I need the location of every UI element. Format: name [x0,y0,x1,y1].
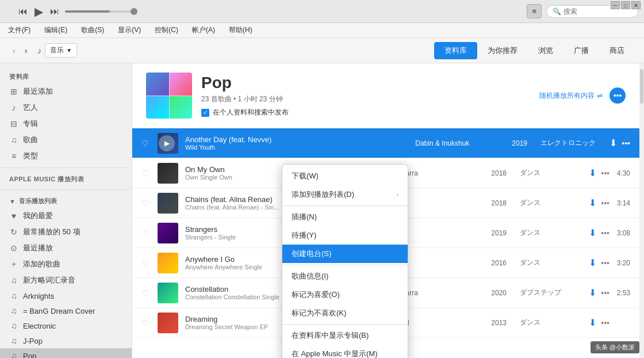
ctx-show-album-label: 在资料库中显示专辑(B) [292,330,369,341]
download-icon[interactable]: ⬇ [610,138,617,148]
download-icon[interactable]: ⬇ [589,317,596,328]
genre-subtitle: 23 首歌曲 • 1 小时 23 分钟 [201,94,530,104]
sidebar-item-pop[interactable]: ♫ Pop [0,348,132,358]
more-icon[interactable]: ••• [601,199,610,208]
sidebar-item-label: = BanG Dream Cover [23,307,95,315]
shuffle-button[interactable]: 随机播放所有内容 ⇌ [539,91,603,101]
genre-artwork [146,73,192,119]
nav-forward-button[interactable]: › [21,45,31,56]
more-icon[interactable]: ••• [601,288,610,298]
track-duration: 3:20 [610,259,630,267]
sidebar-item-top50[interactable]: ↻ 最常播放的 50 项 [0,224,132,240]
download-icon[interactable]: ⬇ [589,287,596,298]
heart-icon[interactable]: ♡ [141,288,153,298]
scrollbar[interactable] [639,63,644,358]
ctx-separator-2 [282,265,408,265]
tab-library[interactable]: 资料库 [434,42,477,59]
ctx-love-label: 标记为喜爱(O) [292,290,340,300]
menu-control[interactable]: 控制(C) [152,24,181,36]
more-icon[interactable]: ••• [601,228,610,238]
sidebar-item-label-artists: 艺人 [23,102,38,113]
tab-recommended[interactable]: 为你推荐 [477,42,528,59]
more-button[interactable]: ••• [610,87,626,104]
more-icon[interactable]: ••• [622,139,630,148]
rewind-button[interactable]: ⏮ [17,5,29,18]
menu-help[interactable]: 帮助(H) [227,24,255,36]
songs-icon: ♫ [9,135,18,144]
nav-arrows: ‹ › [9,45,30,56]
playing-indicator: ▶ [159,135,175,151]
ctx-add-playlist[interactable]: 添加到播放列表(D) › [282,185,408,204]
sidebar-item-jpop[interactable]: ♫ J-Pop [0,333,132,348]
sidebar-item-recent[interactable]: ⊞ 最近添加 [0,83,132,100]
menubar: 文件(F) 编辑(E) 歌曲(S) 显示(V) 控制(C) 帐户(A) 帮助(H… [0,23,644,38]
sidebar-item-genres[interactable]: ≡ 类型 [0,148,132,164]
track-row[interactable]: ♡ ▶ Another Day (feat. Nevve) Wild Youth… [132,128,639,158]
more-icon[interactable]: ••• [601,258,610,268]
ctx-arrow-icon: › [397,192,398,198]
close-button[interactable]: ✕ [631,1,641,9]
menu-edit[interactable]: 编辑(E) [42,24,70,36]
track-genre: エレクトロニック [540,138,610,148]
tab-radio[interactable]: 广播 [564,42,599,59]
heart-icon[interactable]: ♡ [141,228,153,238]
shuffle-icon: ⇌ [597,92,603,100]
sidebar-item-favorites[interactable]: ♥ 我的最爱 [0,208,132,224]
maximize-button[interactable]: □ [621,1,630,9]
forward-button[interactable]: ⏭ [49,5,60,18]
play-button[interactable]: ▶ [33,3,44,20]
heart-icon[interactable]: ♡ [141,199,153,208]
menu-view[interactable]: 显示(V) [116,24,143,36]
minimize-button[interactable]: ─ [611,1,620,9]
sidebar-item-songs[interactable]: ♫ 歌曲 [0,132,132,148]
ctx-show-album[interactable]: 在资料库中显示专辑(B) [282,326,408,345]
sidebar-item-arknights[interactable]: ♫ Arknights [0,288,132,303]
ctx-song-info-label: 歌曲信息(I) [292,271,328,281]
menu-account[interactable]: 帐户(A) [190,24,217,36]
heart-icon[interactable]: ♡ [141,258,153,268]
nav-back-button[interactable]: ‹ [9,45,19,56]
download-icon[interactable]: ⬇ [589,227,596,238]
heart-icon[interactable]: ♡ [141,318,153,327]
sidebar-item-bangdream[interactable]: ♫ = BanG Dream Cover [0,303,132,318]
publish-checkbox[interactable]: ✓ [201,109,209,117]
ctx-dislike[interactable]: 标记为不喜欢(K) [282,304,408,322]
library-section-title: 资料库 [0,69,132,83]
track-genre: ダンス [520,228,589,238]
playlist-section-header[interactable]: ▼ 音乐播放列表 [0,193,132,208]
sidebar-item-artists[interactable]: ♪ 艺人 [0,100,132,116]
scroll-thumb[interactable] [640,69,643,104]
sidebar-item-albums[interactable]: ⊟ 专辑 [0,116,132,132]
sidebar-item-electronic[interactable]: ♫ Electronic [0,318,132,333]
track-artist: Dabin & Inukshuk [415,139,507,147]
progress-knob[interactable] [131,8,137,15]
download-icon[interactable]: ⬇ [589,257,596,268]
heart-icon[interactable]: ♡ [141,139,153,148]
tab-browse[interactable]: 浏览 [528,42,564,59]
sidebar-item-added[interactable]: ＋ 添加的歌曲 [0,256,132,272]
ctx-insert-play[interactable]: 插播(N) [282,208,408,226]
tab-store[interactable]: 商店 [599,42,635,59]
track-year: 2016 [491,259,520,267]
sidebar-item-vocab[interactable]: ♫ 新方略词汇录音 [0,272,132,288]
more-icon[interactable]: ••• [601,318,610,327]
ctx-love[interactable]: 标记为喜爱(O) [282,285,408,304]
ctx-song-info[interactable]: 歌曲信息(I) [282,267,408,285]
heart-icon[interactable]: ♡ [141,169,153,178]
song-count: 23 首歌曲 [201,95,232,103]
progress-bar[interactable] [65,10,134,13]
menu-song[interactable]: 歌曲(S) [79,24,106,36]
list-view-button[interactable]: ≡ [527,4,542,18]
pop-icon: ♫ [9,351,18,358]
sidebar-item-recent-played[interactable]: ⊙ 最近播放 [0,240,132,256]
download-icon[interactable]: ⬇ [589,167,596,178]
download-icon[interactable]: ⬇ [589,197,596,208]
ctx-download[interactable]: 下载(W) [282,167,408,185]
menu-file[interactable]: 文件(F) [6,24,33,36]
ctx-show-apple-music[interactable]: 在 Apple Music 中显示(M) [282,345,408,358]
track-actions: ⬇ ••• [589,227,610,238]
ctx-queue[interactable]: 待播(Y) [282,226,408,245]
more-icon[interactable]: ••• [601,169,610,178]
ctx-create-station[interactable]: 创建电台(S) [282,245,408,263]
music-label[interactable]: 音乐 ▼ [45,43,77,58]
